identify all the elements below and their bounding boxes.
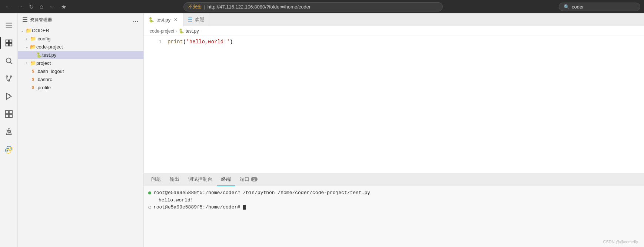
activity-explorer[interactable] <box>0 34 18 52</box>
panel-tab-output[interactable]: 输出 <box>165 173 184 186</box>
bookmark-button[interactable]: ★ <box>60 3 68 11</box>
file-tree: ⌄ 📁 CODER › 📁 .config ⌄ 📂 code-project <box>18 26 143 247</box>
activity-source-control[interactable] <box>0 70 18 87</box>
activity-test[interactable] <box>0 123 18 141</box>
search-icon: 🔍 <box>564 4 570 10</box>
code-editor[interactable]: 1 print('hello,world!') <box>144 36 644 173</box>
panel-tab-ports[interactable]: 端口 2 <box>235 173 262 186</box>
activity-bar <box>0 13 18 247</box>
bash-logout-label: .bash_logout <box>36 69 143 74</box>
terminal-prompt-2: root@e5a99e5889f5:/home/coder# <box>153 204 246 211</box>
project-label: project <box>36 60 143 66</box>
panel-tab-output-label: 输出 <box>170 176 179 183</box>
coder-arrow: ⌄ <box>19 29 25 33</box>
svg-point-10 <box>10 76 11 77</box>
sidebar-header: ☰ 资源管理器 … <box>18 13 143 26</box>
svg-line-12 <box>9 77 11 80</box>
tab-testpy-close[interactable]: ✕ <box>173 17 179 23</box>
address-bar[interactable]: 不安全 | http://47.116.122.106:8080/?folder… <box>183 2 443 11</box>
code-string: 'hello,world!' <box>186 39 230 45</box>
tree-root-coder[interactable]: ⌄ 📁 CODER <box>18 26 143 34</box>
python-file-icon: 🐍 <box>36 52 42 58</box>
panel-tab-ports-label: 端口 <box>240 176 249 183</box>
activity-search[interactable] <box>0 52 18 70</box>
browser-chrome: ← → ↻ ⌂ ← ★ 不安全 | http://47.116.122.106:… <box>0 0 644 13</box>
terminal-dot-1 <box>148 191 151 194</box>
code-paren-close: ) <box>230 39 233 45</box>
browser-search[interactable]: 🔍 coder <box>559 3 640 11</box>
svg-rect-17 <box>5 114 8 117</box>
tab-welcome[interactable]: ☰ 欢迎 <box>183 13 209 26</box>
svg-rect-4 <box>9 40 11 43</box>
config-label: .config <box>36 36 143 41</box>
sidebar-more-button[interactable]: … <box>133 17 139 23</box>
panel-tab-problems[interactable]: 问题 <box>147 173 165 186</box>
svg-point-19 <box>8 132 10 133</box>
panel-tab-bar: 问题 输出 调试控制台 终端 端口 2 <box>144 173 644 186</box>
config-folder-icon: 📁 <box>30 36 36 41</box>
tree-root-label: CODER <box>32 28 143 33</box>
code-project-folder-icon: 📂 <box>30 44 36 50</box>
terminal-line-3: root@e5a99e5889f5:/home/coder# <box>148 204 640 211</box>
project-arrow: › <box>24 61 30 65</box>
bashrc-label: .bashrc <box>36 77 143 82</box>
tree-item-testpy[interactable]: 🐍 test.py <box>18 51 143 59</box>
profile-icon: $ <box>30 85 36 90</box>
terminal-body[interactable]: root@e5a99e5889f5:/home/coder# /bin/pyth… <box>144 186 644 247</box>
breadcrumb: code-project › 🐍 test.py <box>144 26 644 36</box>
svg-rect-16 <box>9 111 12 114</box>
sidebar-menu-icon[interactable]: ☰ <box>22 16 28 23</box>
tree-item-project[interactable]: › 📁 project <box>18 59 143 67</box>
activity-menu[interactable] <box>0 16 18 34</box>
security-warning: 不安全 <box>188 4 202 10</box>
activity-extensions[interactable] <box>0 105 18 123</box>
panel-tab-terminal-label: 终端 <box>221 176 231 183</box>
code-project-arrow: ⌄ <box>24 45 30 49</box>
tab-python-icon: 🐍 <box>148 17 154 23</box>
tree-item-code-project[interactable]: ⌄ 📂 code-project <box>18 43 143 51</box>
activity-run-debug[interactable] <box>0 87 18 105</box>
panel-tab-debug-label: 调试控制台 <box>188 176 212 183</box>
tree-item-bashrc[interactable]: $ .bashrc <box>18 75 143 83</box>
panel-tab-debug[interactable]: 调试控制台 <box>184 173 217 186</box>
home-button[interactable]: ⌂ <box>38 3 45 11</box>
forward-button[interactable]: → <box>16 3 24 11</box>
terminal-line-2: hello,world! <box>148 197 640 204</box>
back-button[interactable]: ← <box>4 3 13 11</box>
svg-rect-3 <box>6 40 8 43</box>
url-text: http://47.116.122.106:8080/?folder=/home… <box>208 4 311 10</box>
code-content-1: print('hello,world!') <box>167 39 641 45</box>
tree-item-profile[interactable]: $ .profile <box>18 83 143 91</box>
terminal-output-1: hello,world! <box>159 197 193 204</box>
tree-item-config[interactable]: › 📁 .config <box>18 34 143 43</box>
vscode-container: ☰ 资源管理器 … ⌄ 📁 CODER › 📁 .config <box>0 13 644 247</box>
bashrc-icon: $ <box>30 77 36 81</box>
panel: 问题 输出 调试控制台 终端 端口 2 root@ <box>144 173 644 247</box>
activity-python[interactable] <box>0 141 18 158</box>
folder-icon: 📁 <box>25 28 32 33</box>
sidebar-title: 资源管理器 <box>30 17 52 23</box>
breadcrumb-code-project[interactable]: code-project <box>150 29 174 34</box>
line-number-1: 1 <box>147 39 162 45</box>
terminal-dot-3 <box>148 206 151 209</box>
reload-button[interactable]: ↻ <box>27 3 35 11</box>
svg-rect-15 <box>5 111 8 114</box>
testpy-label: test.py <box>42 52 143 58</box>
terminal-cursor <box>243 205 246 210</box>
search-text: coder <box>572 4 584 10</box>
code-project-label: code-project <box>36 44 143 50</box>
breadcrumb-testpy[interactable]: test.py <box>186 29 199 34</box>
editor-area: 🐍 test.py ✕ ☰ 欢迎 code-project › 🐍 test.p… <box>144 13 644 247</box>
panel-tab-terminal[interactable]: 终端 <box>217 173 235 186</box>
config-arrow: › <box>24 37 30 41</box>
undo-button[interactable]: ← <box>48 3 57 11</box>
svg-rect-18 <box>9 114 12 117</box>
tab-welcome-icon: ☰ <box>188 17 193 23</box>
tree-item-bash-logout[interactable]: $ .bash_logout <box>18 67 143 75</box>
terminal-prompt-1: root@e5a99e5889f5:/home/coder# /bin/pyth… <box>153 189 370 197</box>
panel-tab-ports-badge: 2 <box>251 177 258 181</box>
watermark: CSDN @@comefly <box>603 240 638 244</box>
svg-line-8 <box>10 62 12 64</box>
code-keyword-print: print <box>167 39 183 45</box>
tab-testpy[interactable]: 🐍 test.py ✕ <box>144 13 183 26</box>
